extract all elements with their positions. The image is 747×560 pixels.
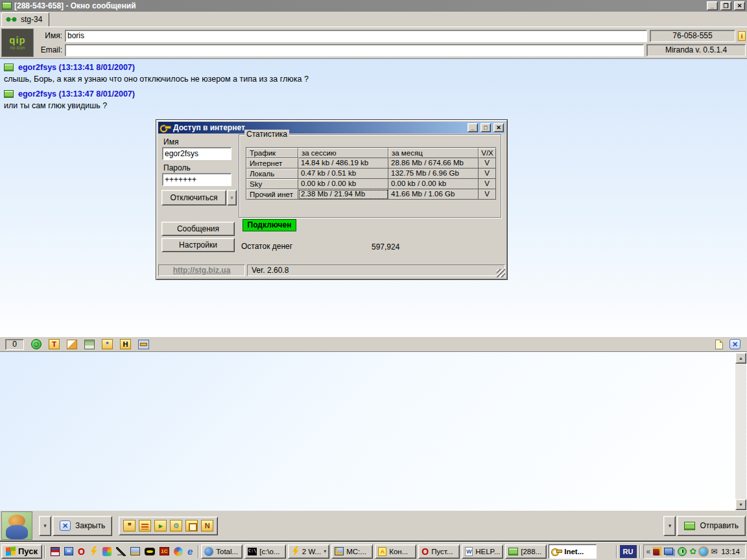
- dialog-minimize-button[interactable]: _: [468, 123, 478, 132]
- task-message-window[interactable]: [288...: [505, 544, 547, 559]
- traffic-flag[interactable]: V: [479, 179, 496, 189]
- tray-icq-icon[interactable]: ✿: [689, 547, 696, 556]
- tab-stg-34[interactable]: stg-34: [1, 12, 49, 27]
- scroll-up-button[interactable]: ▲: [735, 353, 746, 364]
- traffic-table-header: за месяц: [388, 148, 479, 158]
- quote-icon[interactable]: ❞: [123, 520, 136, 531]
- color-fill-icon[interactable]: [67, 340, 77, 349]
- task-cmd[interactable]: C:\ [c:\o...: [244, 544, 286, 559]
- password-field[interactable]: [162, 173, 231, 186]
- send-window-icon[interactable]: ▸: [154, 520, 167, 531]
- task-label: [288...: [521, 548, 541, 555]
- task-mc[interactable]: MC:...: [331, 544, 373, 559]
- traffic-row-name[interactable]: Интернет: [246, 158, 298, 169]
- resize-grip[interactable]: [497, 269, 505, 277]
- mc-icon: [335, 547, 344, 555]
- send-group: ▾ Отправить: [663, 516, 746, 536]
- traffic-row-name[interactable]: Прочий инет: [246, 189, 298, 200]
- balance-label: Остаток денег: [241, 242, 292, 251]
- close-chat-button[interactable]: ✕ Закрыть: [53, 516, 112, 536]
- compose-actionbar: ▾ ✕ Закрыть ❞ ▸ ⚙ N ▾ Отправить: [0, 511, 747, 542]
- messages-button[interactable]: Сообщения: [161, 222, 235, 236]
- templates-icon[interactable]: [139, 520, 151, 531]
- email-label: Email:: [36, 45, 62, 54]
- task-console[interactable]: A Кон...: [375, 544, 416, 559]
- incoming-message-icon: [4, 64, 14, 71]
- close-dropdown-button[interactable]: ▾: [39, 516, 51, 536]
- dialog-maximize-button[interactable]: □: [480, 123, 491, 132]
- scroll-down-button[interactable]: ▼: [735, 499, 746, 510]
- task-word-help[interactable]: W HELP...: [462, 544, 503, 559]
- minimize-button[interactable]: _: [707, 1, 718, 10]
- task-winamp-group[interactable]: 2 W... ▾: [288, 544, 329, 559]
- media-player-launch-icon[interactable]: [174, 547, 183, 556]
- dialog-close-button[interactable]: ✕: [493, 123, 504, 132]
- traffic-row-name[interactable]: Sky: [246, 179, 298, 189]
- task-label: MC:...: [346, 548, 366, 555]
- restore-button[interactable]: ❐: [720, 1, 731, 10]
- task-inet-active[interactable]: Inet...: [549, 544, 597, 559]
- traffic-flag[interactable]: V: [479, 189, 496, 200]
- message-2-header-row: egor2fsys (13:13:47 8/01/2007): [4, 88, 743, 99]
- email-field[interactable]: [65, 44, 644, 56]
- task-label: Пуст...: [431, 548, 453, 555]
- winamp-launch-icon[interactable]: [89, 546, 98, 556]
- stg-link[interactable]: http://stg.biz.ua: [158, 264, 245, 276]
- batman-launch-icon[interactable]: [145, 548, 155, 555]
- wrench-settings-icon[interactable]: ⚙: [170, 520, 182, 531]
- message-input[interactable]: ▲ ▼: [0, 351, 747, 511]
- task-opera[interactable]: O Пуст...: [418, 544, 460, 559]
- remote-admin-launch-icon[interactable]: [130, 547, 140, 555]
- quick-launch: ✉ O 1C e: [47, 546, 196, 556]
- start-button[interactable]: Пуск: [1, 544, 42, 559]
- tab-label: stg-34: [21, 15, 42, 24]
- journal-icon[interactable]: [185, 520, 198, 531]
- close-button[interactable]: ✕: [734, 1, 745, 10]
- close-tab-icon[interactable]: ✕: [729, 339, 741, 349]
- smiley-icon[interactable]: ☺: [31, 339, 42, 349]
- taskbar-separator: [44, 545, 45, 558]
- 1c-launch-icon[interactable]: 1C: [160, 547, 169, 555]
- new-page-icon[interactable]: [715, 340, 723, 349]
- contact-fields: Имя: 76-058-555 i Email: Miranda v. 0.5.…: [36, 29, 746, 57]
- tray-scheduler-icon[interactable]: [678, 547, 687, 556]
- opera-launch-icon[interactable]: O: [78, 547, 85, 556]
- send-button[interactable]: Отправить: [677, 516, 746, 536]
- traffic-row-name[interactable]: Локаль: [246, 169, 298, 179]
- compose-tools-panel: ❞ ▸ ⚙ N: [119, 517, 218, 535]
- asterisk-icon[interactable]: *: [102, 339, 113, 349]
- send-dropdown-button[interactable]: ▾: [663, 516, 676, 536]
- save-icon[interactable]: [84, 340, 95, 349]
- notes-icon[interactable]: N: [201, 520, 213, 531]
- name-field[interactable]: [65, 30, 647, 42]
- traffic-flag[interactable]: V: [479, 169, 496, 179]
- client-version-box: Miranda v. 0.5.1.4: [646, 44, 746, 56]
- traffic-session-value: 2.38 Mb / 21.94 Mb: [298, 189, 388, 200]
- dialog-title: Доступ в интернет: [173, 123, 245, 132]
- message-window-icon: [2, 2, 12, 10]
- task-total-commander[interactable]: Total...: [201, 544, 243, 559]
- disconnect-button[interactable]: Отключиться: [161, 190, 226, 205]
- info-icon[interactable]: i: [738, 31, 746, 41]
- history-icon[interactable]: H: [120, 339, 131, 349]
- media-launch-icon[interactable]: [102, 547, 112, 556]
- outlook-launch-icon[interactable]: ✉: [64, 547, 73, 555]
- login-field[interactable]: [162, 147, 231, 160]
- traffic-month-value: 41.66 Mb / 1.06 Gb: [388, 189, 479, 200]
- settings-button[interactable]: Настройки: [161, 238, 235, 252]
- tray-chevron-icon[interactable]: «: [646, 547, 651, 556]
- ie-launch-icon[interactable]: e: [187, 547, 193, 556]
- disconnect-dropdown-button[interactable]: ▾: [227, 190, 237, 205]
- tray-network-icon[interactable]: [664, 548, 673, 555]
- floppy-launch-icon[interactable]: [51, 547, 60, 556]
- tray-app-icon[interactable]: [653, 547, 661, 555]
- font-icon[interactable]: T: [49, 339, 60, 349]
- version-label: Ver. 2.60.8: [247, 264, 505, 276]
- tray-update-icon[interactable]: [699, 547, 708, 556]
- translit-key-icon[interactable]: [138, 340, 149, 349]
- telescope-launch-icon[interactable]: [116, 547, 126, 556]
- tray-mail-icon[interactable]: ✉: [711, 547, 717, 556]
- traffic-flag[interactable]: V: [479, 158, 496, 169]
- input-scrollbar[interactable]: ▲ ▼: [735, 353, 746, 510]
- language-indicator[interactable]: RU: [620, 545, 637, 558]
